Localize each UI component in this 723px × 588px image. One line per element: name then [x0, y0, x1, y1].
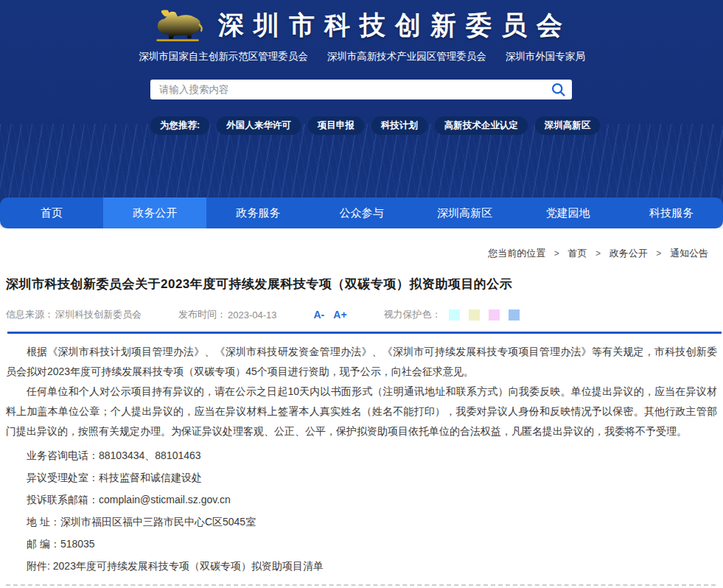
- meta-date-value: 2023-04-13: [228, 309, 277, 321]
- breadcrumb-separator: >: [554, 248, 559, 259]
- tag-science-plan[interactable]: 科技计划: [371, 116, 427, 135]
- breadcrumb-notices[interactable]: 通知公告: [670, 248, 708, 259]
- attachment-link[interactable]: 附件: 2023年度可持续发展科技专项（双碳专项）拟资助项目清单: [6, 559, 717, 574]
- eye-color-blue-swatch[interactable]: [509, 309, 520, 321]
- eye-color-pink-swatch[interactable]: [489, 309, 500, 321]
- article-body: 根据《深圳市科技计划项目管理办法》、《深圳市科技研发资金管理办法》、《深圳市可持…: [6, 342, 717, 441]
- info-complaint-email: 投诉联系邮箱：complain@sticmail.sz.gov.cn: [6, 492, 717, 508]
- nav-item-tech-services[interactable]: 科技服务: [620, 197, 723, 228]
- paragraph-objection-rules: 任何单位和个人对公示项目持有异议的，请在公示之日起10天内以书面形式（注明通讯地…: [6, 382, 717, 441]
- contact-info-block: 业务咨询电话：88103434、88101463 异议受理处室：科技监督和诚信建…: [6, 448, 717, 574]
- nav-item-public-participation[interactable]: 公众参与: [310, 197, 413, 228]
- logo-row: 深圳市科技创新委员会: [150, 6, 573, 44]
- nav-item-gov-disclosure[interactable]: 政务公开: [103, 197, 206, 228]
- bottom-dashed-divider: [6, 584, 716, 586]
- info-phone: 业务咨询电话：88103434、88101463: [6, 448, 717, 463]
- sub-link-foreign-experts[interactable]: 深圳市外国专家局: [506, 50, 585, 63]
- eye-protect-label: 视力保护色：: [384, 308, 441, 321]
- breadcrumb-separator: >: [595, 248, 601, 259]
- breadcrumb-separator: >: [656, 248, 661, 259]
- nav-item-gov-services[interactable]: 政务服务: [206, 197, 310, 228]
- eye-color-yellow-swatch[interactable]: [469, 309, 480, 321]
- meta-date-label: 发布时间：: [178, 308, 226, 321]
- font-size-increase-button[interactable]: A+: [333, 309, 346, 321]
- nav-item-hightech-zone[interactable]: 深圳高新区: [413, 197, 517, 228]
- tag-foreigner-work-permit[interactable]: 外国人来华许可: [217, 116, 301, 135]
- recommend-tags-row: 为您推荐: 外国人来华许可 项目申报 科技计划 高新技术企业认定 深圳高新区: [150, 116, 573, 135]
- meta-source-label: 信息来源：: [6, 308, 54, 321]
- eye-color-cyan-swatch[interactable]: [449, 309, 460, 321]
- search-input[interactable]: [150, 80, 572, 99]
- tag-project-application[interactable]: 项目申报: [308, 116, 364, 135]
- sub-link-hightech-park[interactable]: 深圳市高新技术产业园区管理委员会: [327, 50, 486, 63]
- search-bar: [150, 80, 573, 99]
- header-sub-links: 深圳市国家自主创新示范区管理委员会 深圳市高新技术产业园区管理委员会 深圳市外国…: [150, 50, 573, 63]
- tag-shenzhen-hightech-zone[interactable]: 深圳高新区: [535, 116, 601, 135]
- article-title: 深圳市科技创新委员会关于2023年度可持续发展科技专项（双碳专项）拟资助项目的公…: [6, 276, 717, 293]
- main-nav: 首页 政务公开 政务服务 公众参与 深圳高新区 党建园地 科技服务: [0, 197, 723, 228]
- nav-item-home[interactable]: 首页: [0, 197, 103, 228]
- breadcrumb-prefix: 您当前的位置: [488, 248, 545, 259]
- blue-divider: [7, 332, 722, 334]
- search-icon[interactable]: [551, 82, 566, 97]
- info-address: 地 址：深圳市福田区福中三路市民中心C区5045室: [6, 514, 717, 530]
- site-header: 深圳市科技创新委员会 深圳市国家自主创新示范区管理委员会 深圳市高新技术产业园区…: [0, 0, 723, 205]
- info-postcode: 邮 编：518035: [6, 536, 717, 552]
- article-page: 您当前的位置 > 首页 > 政务公开 > 通知公告 深圳市科技创新委员会关于20…: [0, 228, 723, 588]
- header-content: 深圳市科技创新委员会 深圳市国家自主创新示范区管理委员会 深圳市高新技术产业园区…: [150, 0, 573, 135]
- circuit-pattern-decoration: [0, 124, 723, 205]
- sub-link-innovation-zone[interactable]: 深圳市国家自主创新示范区管理委员会: [139, 50, 308, 63]
- site-title: 深圳市科技创新委员会: [218, 8, 572, 43]
- paragraph-basis: 根据《深圳市科技计划项目管理办法》、《深圳市科技研发资金管理办法》、《深圳市可持…: [6, 342, 717, 382]
- page: 深圳市科技创新委员会 深圳市国家自主创新示范区管理委员会 深圳市高新技术产业园区…: [0, 0, 723, 588]
- golden-bull-logo-icon: [152, 7, 205, 43]
- font-size-decrease-button[interactable]: A-: [314, 309, 325, 321]
- breadcrumb-gov-disclosure[interactable]: 政务公开: [610, 248, 648, 259]
- recommend-label: 为您推荐:: [150, 116, 209, 135]
- breadcrumb: 您当前的位置 > 首页 > 政务公开 > 通知公告: [6, 247, 717, 260]
- breadcrumb-home[interactable]: 首页: [567, 248, 587, 259]
- eye-protect-swatches: [449, 309, 520, 321]
- tag-hightech-enterprise[interactable]: 高新技术企业认定: [435, 116, 528, 135]
- meta-source-value: 深圳科技创新委员会: [55, 308, 142, 321]
- info-handling-office: 异议受理处室：科技监督和诚信建设处: [6, 470, 717, 486]
- nav-item-party-building[interactable]: 党建园地: [517, 197, 620, 228]
- article-meta-row: 信息来源： 深圳科技创新委员会 发布时间： 2023-04-13 A- A+ 视…: [6, 308, 717, 321]
